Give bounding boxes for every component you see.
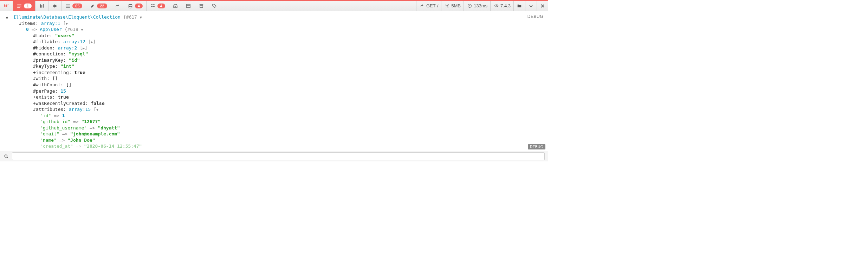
attr-value: 1 <box>62 113 65 118</box>
array-index: 0 <box>26 27 29 32</box>
archive-icon <box>199 3 204 9</box>
svg-point-14 <box>213 5 214 5</box>
search-icon <box>4 154 9 159</box>
svg-rect-13 <box>200 5 203 7</box>
tab-views[interactable]: 65 <box>61 1 86 11</box>
search-input[interactable] <box>12 152 545 160</box>
dump-content: ★ Illuminate\Database\Eloquent\Collectio… <box>0 11 548 151</box>
svg-rect-11 <box>187 4 190 7</box>
path-label: / <box>437 3 439 8</box>
laravel-icon <box>4 3 9 9</box>
tab-badge: 1 <box>24 4 32 8</box>
database-icon <box>128 3 133 9</box>
caret-down-icon[interactable]: ▼ <box>140 15 142 19</box>
views-icon <box>65 3 71 9</box>
attr-value: "dhyatt" <box>98 125 120 131</box>
messages-icon <box>17 3 22 9</box>
star-icon[interactable]: ★ <box>6 14 8 20</box>
leaf-icon <box>90 3 95 9</box>
list-icon <box>186 3 191 9</box>
tab-messages[interactable]: 1 <box>13 1 35 11</box>
share-icon <box>115 3 120 9</box>
caret-down-icon[interactable]: ▼ <box>66 22 68 26</box>
tab-gate[interactable] <box>182 1 195 11</box>
gear-icon <box>444 3 450 9</box>
prop-value: true <box>58 94 69 100</box>
timeline-icon <box>39 3 45 9</box>
prop-value: "id" <box>69 58 80 63</box>
debug-level-label: DEBUG <box>527 14 543 19</box>
debugbar-toolbar: 1 65 22 4 4 <box>0 0 548 11</box>
svg-rect-4 <box>41 5 42 7</box>
tab-request[interactable] <box>208 1 221 11</box>
request-time[interactable]: 133ms <box>464 1 490 11</box>
code-icon <box>493 3 499 9</box>
prop-value[interactable]: array:15 <box>69 107 91 112</box>
tab-database[interactable]: 4 <box>124 1 147 11</box>
prop-value: "users" <box>55 33 75 38</box>
prop-type[interactable]: array:1 <box>41 21 60 26</box>
svg-point-15 <box>447 5 448 6</box>
tab-queries-arrow[interactable] <box>111 1 124 11</box>
tab-badge: 65 <box>72 4 82 8</box>
toolbar-spacer <box>221 1 416 11</box>
minimize-button[interactable] <box>525 1 537 11</box>
prop-value: "int" <box>60 64 74 69</box>
search-bar <box>0 151 548 161</box>
close-icon <box>540 3 545 9</box>
bug-icon <box>52 3 58 9</box>
svg-rect-2 <box>17 7 20 7</box>
php-version[interactable]: 7.4.3 <box>490 1 513 11</box>
tab-badge: 4 <box>135 4 143 8</box>
inbox-icon <box>173 3 178 9</box>
tab-timeline[interactable] <box>35 1 48 11</box>
prop-value: [] <box>66 82 72 87</box>
object-id: #618 <box>67 27 78 32</box>
svg-rect-5 <box>43 4 44 8</box>
close-button[interactable] <box>537 1 548 11</box>
prop-value: "mysql" <box>69 51 88 56</box>
clock-icon <box>467 3 472 9</box>
share-icon <box>419 3 425 9</box>
tab-session[interactable] <box>195 1 208 11</box>
svg-point-10 <box>129 4 132 5</box>
tab-models[interactable]: 4 <box>147 1 169 11</box>
attr-value: "2020-06-14 12:55:47" <box>84 143 142 149</box>
svg-rect-7 <box>66 4 70 5</box>
tab-mail[interactable] <box>169 1 182 11</box>
tab-badge: 4 <box>157 4 165 8</box>
cubes-icon <box>150 3 156 9</box>
prop-value: true <box>74 70 85 75</box>
time-label: 133ms <box>474 3 487 8</box>
svg-rect-0 <box>17 4 21 5</box>
attr-value: "12677" <box>81 119 101 124</box>
debug-badge: DEBUG <box>528 144 545 149</box>
folder-icon <box>517 3 522 9</box>
object-id: #617 <box>126 14 137 20</box>
tab-laravel[interactable] <box>0 1 13 11</box>
attr-value: "John Doe" <box>67 138 95 143</box>
memory-usage[interactable]: 5MB <box>441 1 464 11</box>
prop-key: #items: <box>19 21 38 26</box>
method-label: GET <box>426 3 436 8</box>
svg-rect-3 <box>40 4 41 7</box>
svg-rect-8 <box>66 6 70 6</box>
chevron-down-icon <box>528 3 534 9</box>
tab-badge: 22 <box>97 4 107 8</box>
attr-value: "john@example.com" <box>70 131 120 136</box>
svg-point-17 <box>5 155 7 157</box>
prop-value[interactable]: array:2 <box>58 45 77 51</box>
class-name[interactable]: Illuminate\Database\Eloquent\Collection <box>13 14 121 20</box>
svg-rect-12 <box>200 4 203 5</box>
tab-route[interactable]: 22 <box>86 1 111 11</box>
memory-label: 5MB <box>451 3 461 8</box>
class-name[interactable]: App\User <box>40 27 62 32</box>
prop-value: 15 <box>60 88 66 94</box>
request-method[interactable]: GET / <box>416 1 441 11</box>
caret-down-icon[interactable]: ▼ <box>96 108 98 112</box>
folder-button[interactable] <box>513 1 525 11</box>
tab-exceptions[interactable] <box>48 1 61 11</box>
prop-value[interactable]: array:12 <box>63 39 85 44</box>
caret-down-icon[interactable]: ▼ <box>81 28 83 32</box>
svg-rect-1 <box>17 6 21 6</box>
